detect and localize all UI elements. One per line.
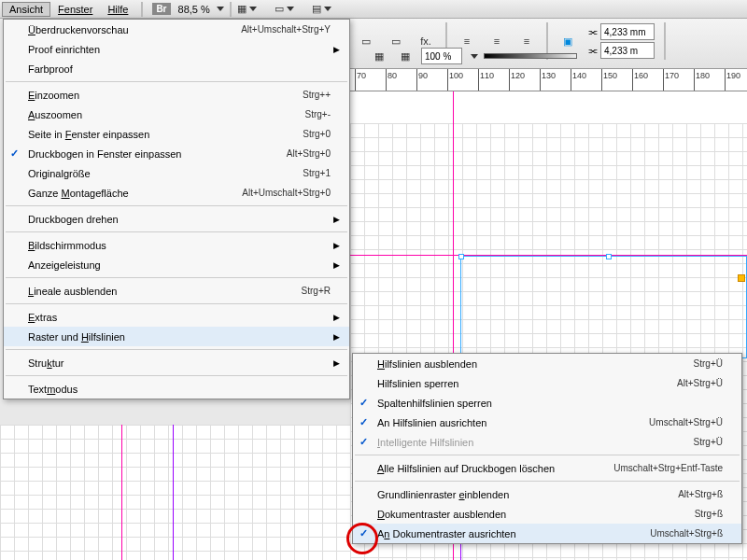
menu-label: Hilfslinien sperren — [374, 378, 668, 389]
check-icon: ✓ — [353, 527, 374, 539]
ansicht-dropdown: ÜberdruckenvorschauAlt+Umschalt+Strg+YPr… — [3, 19, 350, 399]
menu-separator — [6, 231, 347, 232]
menu-separator — [6, 375, 347, 376]
ansicht-item[interactable]: Seite in Fenster einpassenStrg+0 — [4, 124, 349, 144]
ansicht-item[interactable]: ÜberdruckenvorschauAlt+Umschalt+Strg+Y — [4, 20, 349, 39]
menu-shortcut: Strg+- — [304, 109, 331, 119]
height-field[interactable] — [600, 42, 655, 59]
ansicht-item[interactable]: Textmodus — [4, 379, 349, 399]
submenu-item[interactable]: ✓An Dokumentraster ausrichtenUmschalt+St… — [353, 524, 741, 543]
ansicht-item[interactable]: Extras▶ — [4, 307, 349, 327]
submenu-arrow-icon: ▶ — [331, 241, 342, 250]
ansicht-item[interactable]: ✓Druckbogen in Fenster einpassenAlt+Strg… — [4, 144, 349, 163]
ansicht-item[interactable]: Proof einrichten▶ — [4, 39, 349, 59]
link-icon[interactable]: ⫘ — [587, 45, 598, 56]
check-icon: ✓ — [353, 416, 374, 428]
zoom-value[interactable]: 88,5 % — [178, 4, 210, 15]
menu-label: Farbproof — [24, 63, 331, 75]
menu-label: Überdruckenvorschau — [24, 24, 232, 35]
menu-ansicht[interactable]: Ansicht — [2, 2, 50, 17]
submenu-item[interactable]: Dokumentraster ausblendenStrg+ß — [353, 504, 741, 524]
menu-label: Extras — [24, 312, 331, 323]
grid2-icon[interactable]: ▦ — [395, 47, 416, 65]
submenu-arrow-icon: ▶ — [331, 45, 342, 54]
document-grid — [0, 425, 350, 560]
menu-label: Alle Hilfslinien auf Druckbogen löschen — [374, 463, 604, 474]
menu-shortcut: Alt+Umschalt+Strg+0 — [242, 188, 331, 198]
menu-shortcut: Strg+R — [302, 286, 331, 296]
bridge-icon[interactable]: Br — [152, 3, 170, 15]
menu-label: Textmodus — [24, 384, 331, 395]
menu-shortcut: Alt+Strg+0 — [287, 148, 331, 159]
separator — [664, 22, 666, 60]
menu-label: An Hilfslinien ausrichten — [374, 417, 640, 428]
check-icon: ✓ — [353, 436, 374, 448]
menu-separator — [355, 455, 740, 455]
menu-shortcut: Strg+Ü — [694, 437, 723, 447]
link-icon[interactable]: ⫘ — [587, 26, 598, 37]
zoom-dropdown-icon[interactable] — [217, 7, 224, 11]
menu-shortcut: Alt+Strg+ß — [678, 489, 723, 499]
grid-icon[interactable]: ▦ — [369, 47, 389, 65]
submenu-arrow-icon: ▶ — [331, 260, 342, 270]
menu-label: Ganze Montagefläche — [24, 188, 233, 199]
anchor-icon[interactable] — [738, 274, 745, 282]
resize-handle[interactable] — [458, 254, 464, 259]
submenu-arrow-icon: ▶ — [331, 358, 342, 368]
document-canvas-left[interactable] — [0, 425, 350, 560]
submenu-item[interactable]: ✓An Hilfslinien ausrichtenUmschalt+Strg+… — [353, 413, 741, 432]
menu-separator — [6, 205, 347, 206]
ansicht-item[interactable]: AuszoomenStrg+- — [4, 105, 349, 124]
menu-hilfe[interactable]: Hilfe — [100, 2, 135, 17]
submenu-item[interactable]: ✓Intelligente HilfslinienStrg+Ü — [353, 432, 741, 452]
menu-separator — [6, 303, 347, 304]
submenu-item[interactable]: ✓Spaltenhilfslinien sperren — [353, 393, 741, 413]
menu-label: Hilfslinien ausblenden — [374, 358, 684, 370]
screen-mode-button[interactable]: ▭ — [275, 0, 295, 19]
menu-label: Struktur — [24, 357, 331, 369]
ansicht-item[interactable]: Struktur▶ — [4, 353, 349, 372]
ansicht-item[interactable]: Raster und Hilfslinien▶ — [4, 327, 349, 346]
horizontal-ruler[interactable]: 708090100110120130140150160170180190 — [350, 69, 747, 91]
check-icon: ✓ — [4, 147, 24, 160]
menu-shortcut: Umschalt+Strg+ß — [650, 528, 723, 539]
view-mode-button[interactable]: ▦ — [237, 0, 258, 19]
ansicht-item[interactable]: Farbproof — [4, 59, 349, 78]
ansicht-item[interactable]: OriginalgrößeStrg+1 — [4, 163, 349, 183]
menu-separator — [355, 481, 740, 482]
submenu-item[interactable]: Hilfslinien ausblendenStrg+Ü — [353, 354, 741, 373]
guide-vertical[interactable] — [121, 425, 122, 560]
menu-separator — [6, 349, 347, 350]
width-field[interactable] — [600, 23, 655, 40]
column-guide[interactable] — [173, 425, 174, 560]
menu-fenster[interactable]: Fenster — [50, 2, 100, 17]
arrange-button[interactable]: ▤ — [312, 0, 332, 19]
check-icon: ✓ — [353, 397, 374, 409]
ansicht-item[interactable]: Druckbogen drehen▶ — [4, 209, 349, 229]
raster-hilfslinien-submenu: Hilfslinien ausblendenStrg+ÜHilfslinien … — [352, 353, 742, 544]
submenu-item[interactable]: Alle Hilfslinien auf Druckbogen löschenU… — [353, 458, 741, 478]
menu-label: Proof einrichten — [24, 44, 331, 55]
menu-label: Spaltenhilfslinien sperren — [374, 398, 723, 409]
resize-handle[interactable] — [606, 254, 612, 259]
menu-separator — [6, 81, 347, 82]
menu-label: Druckbogen in Fenster einpassen — [24, 148, 277, 160]
menu-shortcut: Alt+Umschalt+Strg+Y — [241, 24, 331, 35]
ansicht-item[interactable]: EinzoomenStrg++ — [4, 85, 349, 105]
menu-label: Bildschirmmodus — [24, 240, 331, 251]
selected-frame[interactable] — [460, 256, 747, 358]
chevron-down-icon[interactable] — [471, 54, 478, 59]
menu-label: Auszoomen — [24, 109, 295, 120]
menu-shortcut: Umschalt+Strg+Ü — [649, 417, 723, 427]
ansicht-item[interactable]: Anzeigeleistung▶ — [4, 255, 349, 274]
ansicht-item[interactable]: Ganze MontageflächeAlt+Umschalt+Strg+0 — [4, 183, 349, 203]
percent-field[interactable] — [421, 48, 462, 64]
opacity-slider[interactable] — [484, 53, 577, 59]
ansicht-item[interactable]: Lineale ausblendenStrg+R — [4, 281, 349, 301]
submenu-item[interactable]: Grundlinienraster einblendenAlt+Strg+ß — [353, 484, 741, 504]
ansicht-item[interactable]: Bildschirmmodus▶ — [4, 235, 349, 255]
submenu-item[interactable]: Hilfslinien sperrenAlt+Strg+Ü — [353, 373, 741, 393]
separator — [141, 2, 143, 17]
menu-shortcut: Alt+Strg+Ü — [677, 378, 723, 388]
menu-separator — [6, 277, 347, 278]
